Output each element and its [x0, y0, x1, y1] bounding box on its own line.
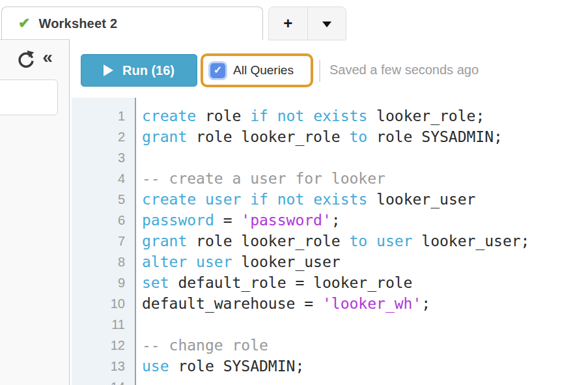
checkmark-icon: ✓: [214, 65, 222, 76]
tab-actions-group: +: [268, 7, 346, 40]
sql-editor[interactable]: 1create role if not exists looker_role;2…: [72, 106, 588, 385]
code-line: 14: [72, 377, 588, 385]
line-number: 10: [72, 293, 135, 314]
line-number: 12: [72, 335, 135, 356]
line-number: 2: [72, 126, 135, 147]
code-text: -- create a user for looker: [136, 168, 385, 189]
toolbar-divider: [319, 60, 320, 82]
line-number: 13: [72, 356, 135, 377]
code-text: grant role looker_role to user looker_us…: [136, 231, 529, 251]
tabstrip-border-left: [0, 39, 70, 40]
caret-down-icon: [322, 21, 331, 32]
run-button[interactable]: Run (16): [81, 54, 197, 87]
tab-label: Worksheet 2: [38, 16, 117, 31]
worksheet-menu-button[interactable]: [308, 7, 346, 40]
code-text: default_warehouse = 'looker_wh';: [136, 293, 430, 314]
code-text: create user if not exists looker_user: [136, 189, 475, 210]
double-chevron-left-icon: «: [42, 47, 53, 67]
code-line: 10default_warehouse = 'looker_wh';: [72, 293, 588, 314]
code-text: use role SYSADMIN;: [136, 356, 304, 377]
refresh-button[interactable]: [16, 50, 36, 69]
line-number: 8: [72, 251, 135, 272]
code-text: password = 'password';: [136, 210, 341, 231]
code-line: 7grant role looker_role to user looker_u…: [72, 231, 588, 251]
code-text: create role if not exists looker_role;: [136, 106, 484, 126]
code-text: -- change role: [136, 335, 268, 356]
code-text: grant role looker_role to role SYSADMIN;: [136, 126, 503, 147]
line-number: 14: [72, 377, 135, 385]
code-line: 4-- create a user for looker: [72, 168, 588, 189]
refresh-icon: [16, 50, 36, 69]
line-number: 6: [72, 210, 135, 231]
line-number: 5: [72, 189, 135, 210]
run-button-label: Run (16): [122, 63, 175, 78]
code-line: 12-- change role: [72, 335, 588, 356]
code-text: alter user looker_user: [136, 251, 341, 272]
line-number: 11: [72, 314, 135, 335]
saved-check-icon: ✔: [18, 16, 30, 31]
code-text: [136, 314, 142, 335]
save-status-text: Saved a few seconds ago: [329, 63, 479, 78]
line-number: 4: [72, 168, 135, 189]
code-line: 9set default_role = looker_role: [72, 272, 588, 293]
line-number: 7: [72, 231, 135, 251]
line-number: 3: [72, 147, 135, 168]
code-line: 3: [72, 147, 588, 168]
all-queries-label[interactable]: All Queries: [233, 63, 294, 78]
code-text: [136, 147, 142, 168]
code-line: 6password = 'password';: [72, 210, 588, 231]
code-line: 1create role if not exists looker_role;: [72, 106, 588, 126]
code-line: 13use role SYSADMIN;: [72, 356, 588, 377]
code-line: 11: [72, 314, 588, 335]
worksheet-app-screen: ✔ Worksheet 2 + « Run (16) ✓: [0, 0, 588, 385]
code-line: 8alter user looker_user: [72, 251, 588, 272]
code-text: [136, 377, 142, 385]
all-queries-highlight-annotation: ✓ All Queries: [201, 53, 313, 87]
play-icon: [104, 64, 113, 76]
all-queries-checkbox[interactable]: ✓: [210, 63, 225, 78]
collapse-sidebar-button[interactable]: «: [36, 46, 59, 69]
sidebar: «: [0, 40, 70, 385]
sidebar-search-box[interactable]: [0, 79, 58, 115]
line-number: 9: [72, 272, 135, 293]
new-worksheet-button[interactable]: +: [269, 7, 308, 40]
code-text: set default_role = looker_role: [136, 272, 412, 293]
line-number: 1: [72, 106, 135, 126]
code-line: 2grant role looker_role to role SYSADMIN…: [72, 126, 588, 147]
tab-worksheet[interactable]: ✔ Worksheet 2: [1, 7, 263, 40]
code-line: 5create user if not exists looker_user: [72, 189, 588, 210]
worksheet-pane: Run (16) ✓ All Queries Saved a few secon…: [70, 40, 588, 385]
